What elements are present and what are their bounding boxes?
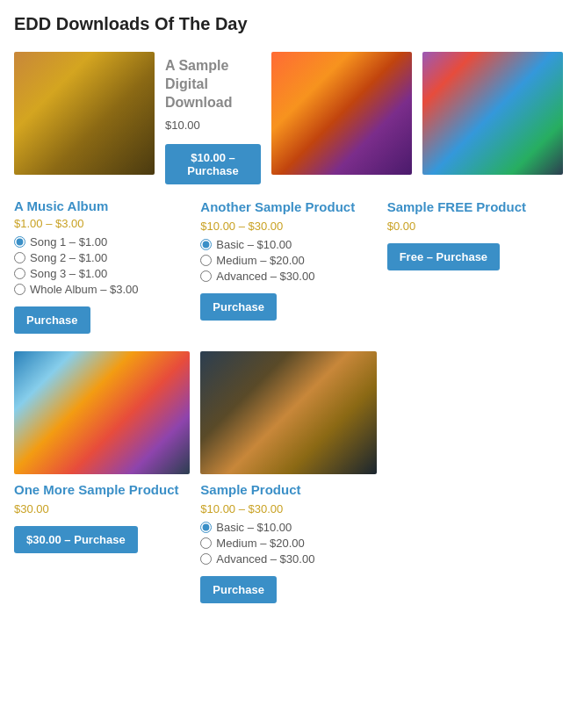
another-sample-options: Basic – $10.00 Medium – $20.00 Advanced … <box>200 238 376 283</box>
sample-product-options: Basic – $10.00 Medium – $20.00 Advanced … <box>200 521 376 566</box>
music-album-options: Song 1 – $1.00 Song 2 – $1.00 Song 3 – $… <box>14 235 190 296</box>
sample-option-2[interactable]: Medium – $20.00 <box>200 537 376 550</box>
featured-price: $10.00 <box>165 119 261 132</box>
sample-product-image <box>200 351 376 474</box>
free-product-image <box>422 52 563 175</box>
sample-radio-3[interactable] <box>200 553 212 565</box>
another-sample-title: Another Sample Product <box>200 198 376 216</box>
music-option-2[interactable]: Song 2 – $1.00 <box>14 251 190 264</box>
product-free: Sample FREE Product $0.00 Free – Purchas… <box>387 198 563 334</box>
another-sample-purchase-button[interactable]: Purchase <box>200 293 277 321</box>
sample-option-3[interactable]: Advanced – $30.00 <box>200 552 376 566</box>
product-one-more: One More Sample Product $30.00 $30.00 – … <box>14 481 190 603</box>
featured-product-image <box>14 52 155 175</box>
one-more-sample-image <box>14 351 190 474</box>
one-more-price: $30.00 <box>14 502 190 515</box>
music-radio-1[interactable] <box>14 236 25 248</box>
free-product-purchase-button[interactable]: Free – Purchase <box>387 243 500 270</box>
another-sample-price: $10.00 – $30.00 <box>200 220 376 233</box>
music-option-3[interactable]: Song 3 – $1.00 <box>14 267 190 280</box>
music-radio-4[interactable] <box>14 284 25 295</box>
another-option-1[interactable]: Basic – $10.00 <box>200 238 376 251</box>
one-more-purchase-button[interactable]: $30.00 – Purchase <box>14 526 138 553</box>
sample-option-1[interactable]: Basic – $10.00 <box>200 521 376 534</box>
music-option-4[interactable]: Whole Album – $3.00 <box>14 283 190 296</box>
another-sample-image <box>271 52 412 175</box>
one-more-title: One More Sample Product <box>14 481 190 499</box>
free-product-price: $0.00 <box>387 220 563 233</box>
music-radio-2[interactable] <box>14 252 25 263</box>
another-option-2[interactable]: Medium – $20.00 <box>200 254 376 267</box>
product-music-album: A Music Album $1.00 – $3.00 Song 1 – $1.… <box>14 198 190 334</box>
sample-product-price: $10.00 – $30.00 <box>200 502 376 515</box>
music-radio-3[interactable] <box>14 268 25 279</box>
music-album-purchase-button[interactable]: Purchase <box>14 306 90 334</box>
music-option-1[interactable]: Song 1 – $1.00 <box>14 235 190 249</box>
featured-purchase-button[interactable]: $10.00 – Purchase <box>165 144 261 184</box>
sample-product-purchase-button[interactable]: Purchase <box>200 576 277 603</box>
featured-product-info: A Sample Digital Download $10.00 $10.00 … <box>165 52 261 184</box>
free-product-title: Sample FREE Product <box>387 198 563 216</box>
sample-radio-2[interactable] <box>200 537 212 549</box>
another-option-3[interactable]: Advanced – $30.00 <box>200 270 376 283</box>
product-another-sample: Another Sample Product $10.00 – $30.00 B… <box>200 198 376 334</box>
another-radio-1[interactable] <box>200 239 212 250</box>
page-title: EDD Downloads Of The Day <box>14 14 563 34</box>
sample-radio-1[interactable] <box>200 522 212 533</box>
sample-product-title: Sample Product <box>200 481 376 499</box>
another-radio-3[interactable] <box>200 270 212 282</box>
featured-title: A Sample Digital Download <box>165 57 261 112</box>
product-sample: Sample Product $10.00 – $30.00 Basic – $… <box>200 481 376 603</box>
another-radio-2[interactable] <box>200 255 212 266</box>
music-album-price: $1.00 – $3.00 <box>14 217 190 230</box>
music-album-title: A Music Album <box>14 198 190 213</box>
